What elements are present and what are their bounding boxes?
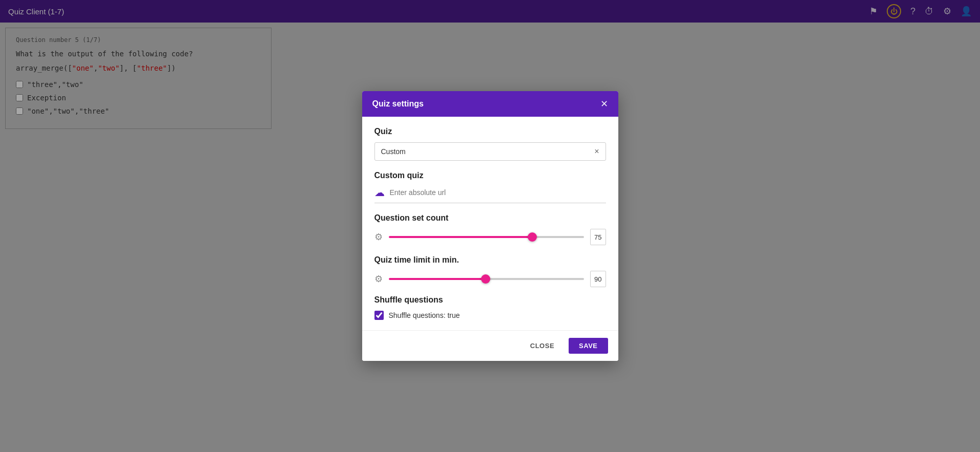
save-button[interactable]: SAVE	[569, 338, 608, 354]
dialog-body: Quiz Custom × Custom quiz ☁ Question set…	[362, 117, 618, 330]
question-set-slider-row: ⚙ 75	[374, 229, 606, 245]
question-set-value: 75	[590, 229, 606, 245]
quiz-selected-value: Custom	[381, 147, 595, 156]
question-set-section: Question set count ⚙ 75	[374, 213, 606, 245]
question-set-slider[interactable]	[389, 236, 584, 238]
time-limit-label: Quiz time limit in min.	[374, 255, 606, 265]
time-limit-gear-icon: ⚙	[374, 273, 383, 285]
question-set-label: Question set count	[374, 213, 606, 223]
quiz-settings-dialog: Quiz settings ✕ Quiz Custom × Custom qui…	[362, 91, 618, 361]
shuffle-checkbox-label: Shuffle questions: true	[389, 311, 460, 319]
dialog-close-button[interactable]: ✕	[600, 99, 608, 109]
time-limit-section: Quiz time limit in min. ⚙ 90	[374, 255, 606, 287]
time-limit-slider[interactable]	[389, 278, 584, 280]
url-input-row: ☁	[374, 186, 606, 203]
shuffle-label: Shuffle questions	[374, 295, 606, 305]
close-button[interactable]: CLOSE	[522, 338, 562, 354]
cloud-upload-icon: ☁	[374, 186, 385, 199]
dialog-title: Quiz settings	[372, 99, 424, 109]
quiz-clear-icon[interactable]: ×	[594, 147, 599, 156]
shuffle-section: Shuffle questions Shuffle questions: tru…	[374, 295, 606, 320]
dialog-footer: CLOSE SAVE	[362, 330, 618, 361]
quiz-section-label: Quiz	[374, 127, 606, 136]
time-limit-value: 90	[590, 271, 606, 287]
quiz-selector[interactable]: Custom ×	[374, 142, 606, 161]
custom-quiz-section: Custom quiz ☁	[374, 171, 606, 203]
modal-overlay: Quiz settings ✕ Quiz Custom × Custom qui…	[0, 0, 980, 452]
shuffle-checkbox[interactable]	[374, 311, 384, 320]
dialog-header: Quiz settings ✕	[362, 91, 618, 117]
url-input-field[interactable]	[390, 188, 606, 197]
question-set-gear-icon: ⚙	[374, 231, 383, 243]
shuffle-row: Shuffle questions: true	[374, 311, 606, 320]
custom-quiz-label: Custom quiz	[374, 171, 606, 180]
time-limit-slider-row: ⚙ 90	[374, 271, 606, 287]
